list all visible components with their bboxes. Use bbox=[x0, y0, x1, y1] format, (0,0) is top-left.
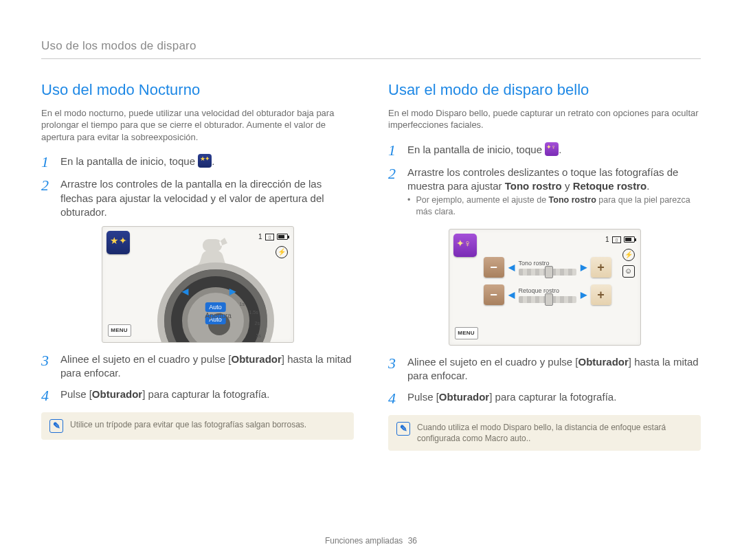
note-text: Cuando utiliza el modo Disparo bello, la… bbox=[417, 422, 693, 444]
dial-area: Vel. obt. Auto Auto 1s 1.5s 2s 3s 3.3 4s bbox=[144, 239, 266, 339]
page-number: 36 bbox=[408, 536, 417, 546]
steps-night-cont: 3 Alinee el sujeto en el cuadro y pulse … bbox=[41, 352, 354, 404]
battery-icon bbox=[624, 236, 635, 243]
slider-track bbox=[519, 269, 576, 276]
step-num: 3 bbox=[388, 355, 401, 383]
apertura-label: Apertura bbox=[205, 311, 232, 321]
note-icon: ✎ bbox=[49, 419, 63, 433]
slider-retoque: ◀ Retoque rostro ▶ bbox=[484, 284, 611, 305]
mode-chip-night-icon bbox=[106, 231, 130, 254]
status-row: 1 ▯ bbox=[605, 235, 635, 245]
steps-night: 1 En la pantalla de inicio, toque . 2 Ar… bbox=[41, 154, 354, 219]
intro-night: En el modo nocturno, puede utilizar una … bbox=[41, 107, 354, 144]
thumb-minus-icon bbox=[484, 257, 504, 278]
col-night: Uso del modo Nocturno En el modo nocturn… bbox=[41, 80, 354, 451]
tick: 1s bbox=[240, 301, 245, 307]
arrow-left-icon: ◀ bbox=[508, 262, 515, 273]
menu-button: MENU bbox=[455, 327, 478, 339]
beauty-mode-icon bbox=[545, 142, 559, 156]
tick: 3s bbox=[256, 333, 261, 339]
arrow-left-icon: ◀ bbox=[182, 286, 188, 297]
intro-beauty: En el modo Disparo bello, puede capturar… bbox=[388, 107, 701, 131]
note-icon: ✎ bbox=[396, 422, 410, 436]
step-night-4: 4 Pulse [Obturador] para capturar la fot… bbox=[41, 388, 354, 404]
thumb-plus-icon bbox=[591, 284, 611, 305]
note-text: Utilice un trípode para evitar que las f… bbox=[70, 419, 306, 430]
step-num: 4 bbox=[388, 390, 401, 407]
arrow-right-icon: ▶ bbox=[581, 289, 587, 300]
step-body: Arrastre los controles deslizantes o toq… bbox=[407, 166, 701, 222]
step-beauty-3: 3 Alinee el sujeto en el cuadro y pulse … bbox=[388, 355, 701, 383]
sub-bullet: • Por ejemplo, aumente el ajuste de Tono… bbox=[407, 194, 701, 218]
title-beauty: Usar el modo de disparo bello bbox=[388, 80, 701, 100]
memory-icon: ▯ bbox=[612, 236, 621, 243]
memory-icon: ▯ bbox=[265, 234, 274, 240]
note-night: ✎ Utilice un trípode para evitar que las… bbox=[41, 412, 354, 440]
beauty-sliders: ◀ Tono rostro ▶ ◀ Reto bbox=[484, 257, 611, 312]
battery-icon bbox=[277, 234, 288, 240]
steps-beauty-cont: 3 Alinee el sujeto en el cuadro y pulse … bbox=[388, 355, 701, 407]
steps-beauty: 1 En la pantalla de inicio, toque . 2 Ar… bbox=[388, 142, 701, 222]
face-detect-icon bbox=[622, 265, 635, 278]
screen-beauty: MENU 1 ▯ ◀ bbox=[449, 229, 641, 346]
night-mode-icon bbox=[198, 154, 212, 168]
step-night-2: 2 Arrastre los controles de la pantalla … bbox=[41, 177, 354, 219]
step-body: Arrastre los controles de la pantalla en… bbox=[60, 177, 354, 219]
footer: Funciones ampliadas 36 bbox=[0, 535, 742, 546]
fig-beauty: MENU 1 ▯ ◀ bbox=[388, 229, 701, 346]
menu-button: MENU bbox=[108, 324, 131, 337]
thumb-minus-icon bbox=[484, 284, 504, 305]
step-num: 2 bbox=[41, 177, 54, 219]
step-num: 3 bbox=[41, 352, 54, 381]
step-body: Pulse [Obturador] para capturar la fotog… bbox=[407, 390, 616, 407]
thumb-plus-icon bbox=[591, 257, 611, 278]
step-num: 1 bbox=[388, 142, 401, 159]
step-body: En la pantalla de inicio, toque . bbox=[407, 142, 561, 159]
step-night-1: 1 En la pantalla de inicio, toque . bbox=[41, 154, 354, 170]
shutter-dial: Auto Auto 1s 1.5s 2s 3s 3.3 4s bbox=[157, 262, 274, 343]
slider-handle bbox=[545, 293, 553, 306]
columns: Uso del modo Nocturno En el modo nocturn… bbox=[41, 80, 701, 451]
arrow-right-icon: ▶ bbox=[229, 286, 236, 297]
counter: 1 bbox=[605, 235, 609, 245]
tick: 2s bbox=[255, 320, 260, 326]
step-body: Alinee el sujeto en el cuadro y pulse [O… bbox=[407, 355, 701, 383]
flash-icon bbox=[622, 249, 635, 261]
step-num: 4 bbox=[41, 388, 54, 404]
screen-night: MENU 1 ▯ Vel. obt. bbox=[102, 226, 294, 343]
bullet-icon: • bbox=[407, 194, 410, 218]
title-night: Uso del modo Nocturno bbox=[41, 80, 354, 100]
note-beauty: ✎ Cuando utiliza el modo Disparo bello, … bbox=[388, 415, 701, 451]
step-beauty-4: 4 Pulse [Obturador] para capturar la fot… bbox=[388, 390, 701, 407]
step-beauty-2: 2 Arrastre los controles deslizantes o t… bbox=[388, 166, 701, 222]
page: Uso de los modos de disparo Uso del modo… bbox=[0, 0, 742, 451]
col-beauty: Usar el modo de disparo bello En el modo… bbox=[388, 80, 701, 451]
step-beauty-1: 1 En la pantalla de inicio, toque . bbox=[388, 142, 701, 159]
slider-tono: ◀ Tono rostro ▶ bbox=[484, 257, 611, 278]
tick: 3.3 bbox=[240, 341, 247, 343]
arrow-right-icon: ▶ bbox=[581, 262, 587, 273]
step-body: Pulse [Obturador] para capturar la fotog… bbox=[60, 388, 269, 404]
mode-chip-beauty-icon bbox=[453, 234, 477, 257]
slider-track bbox=[519, 296, 576, 303]
breadcrumb: Uso de los modos de disparo bbox=[41, 38, 701, 59]
flash-icon bbox=[276, 246, 288, 258]
slider-handle bbox=[545, 266, 553, 278]
fig-night: MENU 1 ▯ Vel. obt. bbox=[41, 226, 354, 343]
step-body: En la pantalla de inicio, toque . bbox=[60, 154, 214, 170]
tick: 1.5s bbox=[249, 309, 258, 315]
step-night-3: 3 Alinee el sujeto en el cuadro y pulse … bbox=[41, 352, 354, 381]
step-body: Alinee el sujeto en el cuadro y pulse [O… bbox=[60, 352, 354, 381]
step-num: 2 bbox=[388, 166, 401, 222]
step-num: 1 bbox=[41, 154, 54, 170]
arrow-left-icon: ◀ bbox=[508, 289, 515, 300]
footer-section: Funciones ampliadas bbox=[325, 536, 403, 546]
